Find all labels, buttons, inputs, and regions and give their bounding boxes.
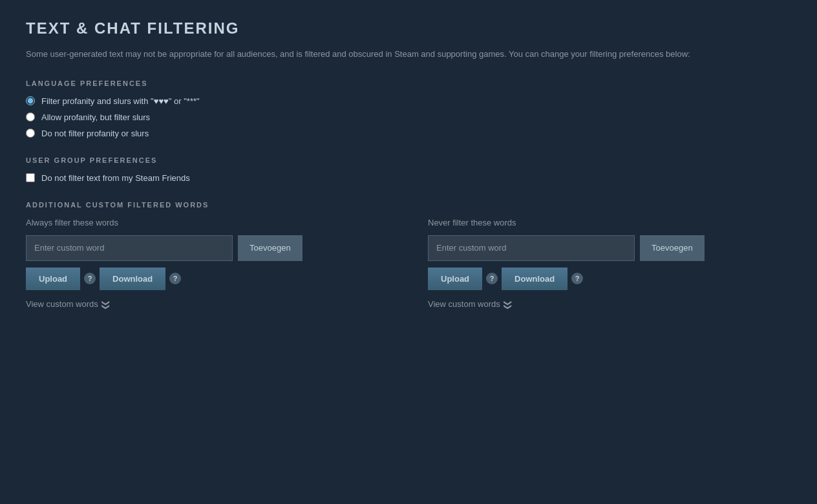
always-filter-action-row: Upload ? Download ? [26, 268, 389, 290]
always-filter-chevron-down-icon: ❯❯ [101, 300, 111, 308]
radio-filter-all[interactable]: Filter profanity and slurs with "♥♥♥" or… [26, 96, 791, 106]
always-filter-download-help-icon[interactable]: ? [169, 273, 181, 284]
page-title: TEXT & CHAT FILTERING [26, 19, 791, 37]
radio-filter-none-input[interactable] [26, 129, 35, 138]
checkbox-no-filter-friends-input[interactable] [26, 173, 35, 182]
always-filter-label: Always filter these words [26, 218, 389, 227]
language-preferences-section: LANGUAGE PREFERENCES Filter profanity an… [26, 79, 791, 138]
custom-words-columns: Always filter these words Toevoegen Uplo… [26, 218, 791, 309]
never-filter-download-help-icon[interactable]: ? [571, 273, 583, 284]
checkbox-no-filter-friends[interactable]: Do not filter text from my Steam Friends [26, 173, 791, 183]
never-filter-add-button[interactable]: Toevoegen [640, 235, 705, 261]
radio-filter-none[interactable]: Do not filter profanity or slurs [26, 129, 791, 138]
custom-words-section: ADDITIONAL CUSTOM FILTERED WORDS Always … [26, 201, 791, 309]
never-filter-column: Never filter these words Toevoegen Uploa… [428, 218, 791, 309]
never-filter-chevron-down-icon: ❯❯ [504, 300, 513, 308]
always-filter-download-button[interactable]: Download [100, 268, 165, 290]
never-filter-action-row: Upload ? Download ? [428, 268, 791, 290]
never-filter-upload-help-icon[interactable]: ? [486, 273, 498, 284]
always-filter-add-button[interactable]: Toevoegen [238, 235, 302, 261]
language-preferences-title: LANGUAGE PREFERENCES [26, 79, 791, 87]
page-description: Some user-generated text may not be appr… [26, 48, 737, 61]
never-filter-input[interactable] [428, 235, 635, 261]
custom-words-section-title: ADDITIONAL CUSTOM FILTERED WORDS [26, 201, 791, 209]
radio-filter-all-input[interactable] [26, 96, 35, 105]
checkbox-no-filter-friends-label: Do not filter text from my Steam Friends [41, 173, 190, 183]
radio-filter-slurs[interactable]: Allow profanity, but filter slurs [26, 112, 791, 122]
always-filter-view-words-label: View custom words [26, 299, 98, 309]
always-filter-input-row: Toevoegen [26, 235, 389, 261]
page-container: TEXT & CHAT FILTERING Some user-generate… [0, 0, 817, 328]
never-filter-input-row: Toevoegen [428, 235, 791, 261]
never-filter-upload-button[interactable]: Upload [428, 268, 482, 290]
always-filter-upload-help-icon[interactable]: ? [84, 273, 96, 284]
radio-filter-none-label: Do not filter profanity or slurs [41, 129, 149, 138]
user-group-preferences-title: USER GROUP PREFERENCES [26, 156, 791, 164]
always-filter-input[interactable] [26, 235, 233, 261]
language-radio-group: Filter profanity and slurs with "♥♥♥" or… [26, 96, 791, 138]
never-filter-view-words-label: View custom words [428, 299, 500, 309]
never-filter-download-button[interactable]: Download [502, 268, 568, 290]
never-filter-view-words[interactable]: View custom words ❯❯ [428, 299, 791, 309]
always-filter-view-words[interactable]: View custom words ❯❯ [26, 299, 389, 309]
always-filter-upload-button[interactable]: Upload [26, 268, 80, 290]
radio-filter-slurs-input[interactable] [26, 112, 35, 121]
always-filter-column: Always filter these words Toevoegen Uplo… [26, 218, 389, 309]
radio-filter-all-label: Filter profanity and slurs with "♥♥♥" or… [41, 96, 200, 106]
user-group-preferences-section: USER GROUP PREFERENCES Do not filter tex… [26, 156, 791, 183]
never-filter-label: Never filter these words [428, 218, 791, 227]
radio-filter-slurs-label: Allow profanity, but filter slurs [41, 112, 150, 122]
